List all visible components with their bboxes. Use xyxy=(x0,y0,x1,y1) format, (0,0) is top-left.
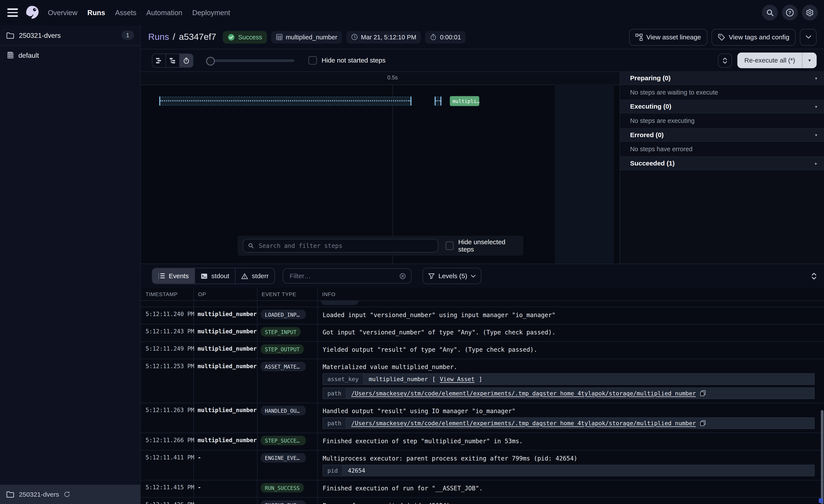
log-row[interactable]: 5:12:11.266 PMmultiplied_numberSTEP_SUCC… xyxy=(141,433,824,451)
checkbox-icon[interactable] xyxy=(309,56,317,65)
breadcrumb-runs-link[interactable]: Runs xyxy=(148,32,169,42)
event-type-cell: STEP_INPUT xyxy=(257,325,317,341)
detail-label: path xyxy=(323,388,346,399)
hamburger-menu-icon[interactable] xyxy=(7,8,18,17)
info-cell: Multiprocess executor: parent process ex… xyxy=(317,451,824,480)
event-type-cell: RUN_SUCCESS xyxy=(257,480,317,497)
nav-item-overview[interactable]: Overview xyxy=(48,9,78,16)
expand-log-button[interactable] xyxy=(811,272,817,280)
reexecute-dropdown-button[interactable]: ▾ xyxy=(802,52,817,69)
scrollbar-corner[interactable] xyxy=(819,498,823,503)
log-row[interactable]: 5:12:11.243 PMmultiplied_numberSTEP_INPU… xyxy=(141,325,824,342)
gantt-zoom-slider[interactable] xyxy=(206,54,294,67)
asset-tag[interactable]: multiplied_number xyxy=(271,31,342,43)
log-tabs: Events stdout stderr xyxy=(152,268,275,284)
op-cell: - xyxy=(193,451,257,461)
event-type-cell: ENGINE_EVENT xyxy=(257,498,317,504)
gantt-timed-view-button[interactable] xyxy=(180,54,193,67)
log-row[interactable]: 5:12:11.411 PM-ENGINE_EVENTMultiprocess … xyxy=(141,451,824,480)
nav-item-assets[interactable]: Assets xyxy=(115,9,136,16)
event-type-badge: RUN_SUCCESS xyxy=(261,483,304,493)
path-link[interactable]: /Users/smackesey/stm/code/elementl/exper… xyxy=(351,390,696,397)
view-tags-config-button[interactable]: View tags and config xyxy=(711,28,796,45)
log-row[interactable]: 5:12:11.240 PMmultiplied_numberLOADED_IN… xyxy=(141,307,824,325)
log-filter-input[interactable] xyxy=(289,272,395,280)
gantt-step-bar[interactable]: multipli… xyxy=(450,96,479,106)
event-type-badge: ASSET_MATERIALI… xyxy=(261,362,306,371)
dagster-logo-icon[interactable] xyxy=(24,5,40,20)
top-nav-actions: ? xyxy=(762,5,818,20)
log-row[interactable]: 5:12:11.426 PM-ENGINE_EVENTProcess for r… xyxy=(141,498,824,504)
tab-events[interactable]: Events xyxy=(152,268,195,283)
info-cell: Got input "versioned_number" of type "An… xyxy=(317,325,824,340)
path-link[interactable]: /Users/smackesey/stm/code/elementl/exper… xyxy=(351,420,696,427)
gantt-sort-button[interactable] xyxy=(718,53,732,68)
nav-item-deployment[interactable]: Deployment xyxy=(192,9,230,16)
levels-dropdown[interactable]: Levels (5) xyxy=(423,268,482,284)
event-type-cell: ASSET_MATERIALI… xyxy=(257,359,317,376)
timestamp-cell: 5:12:11.249 PM xyxy=(141,342,194,352)
reload-icon[interactable] xyxy=(64,491,71,498)
panel-section-header-2[interactable]: Errored (0)▾ xyxy=(620,129,824,142)
panel-section-header-3[interactable]: Succeeded (1)▸ xyxy=(620,157,824,170)
run-more-actions-button[interactable] xyxy=(800,28,817,45)
vertical-scrollbar-thumb[interactable] xyxy=(821,410,823,504)
detail-row-path: path/Users/smackesey/stm/code/elementl/e… xyxy=(323,417,815,429)
sidebar-workspace-row[interactable]: 250321-dvers 1 xyxy=(0,25,140,46)
event-type-cell: STEP_SUCCESS xyxy=(257,433,317,450)
run-status-label: Success xyxy=(238,33,262,41)
detail-value: 42654 xyxy=(342,465,371,476)
panel-section-header-0[interactable]: Preparing (0)▾ xyxy=(620,72,824,85)
search-button[interactable] xyxy=(762,5,778,20)
log-table-header: TIMESTAMP OP EVENT TYPE INFO xyxy=(141,288,824,301)
tab-events-label: Events xyxy=(169,272,189,280)
view-asset-link[interactable]: View Asset xyxy=(440,376,475,383)
clear-filter-icon[interactable] xyxy=(399,272,406,280)
levels-label: Levels (5) xyxy=(438,272,467,280)
panel-section-header-1[interactable]: Executing (0)▾ xyxy=(620,100,824,114)
detail-row-asset_key: asset_keymultiplied_number[View Asset] xyxy=(323,373,815,385)
log-row[interactable]: 5:12:11.415 PM-RUN_SUCCESSFinished execu… xyxy=(141,480,824,498)
tab-stdout[interactable]: stdout xyxy=(195,268,235,283)
sidebar-job-default[interactable]: default xyxy=(0,46,140,65)
gantt-waterfall-view-button[interactable] xyxy=(166,54,180,67)
step-search-input[interactable] xyxy=(258,242,433,250)
start-time-label: Mar 21, 5:12:10 PM xyxy=(361,33,416,41)
reexecute-all-button[interactable]: Re-execute all (*) xyxy=(738,52,802,69)
nav-item-runs[interactable]: Runs xyxy=(88,9,105,16)
settings-gear-button[interactable] xyxy=(802,5,818,20)
view-asset-lineage-button[interactable]: View asset lineage xyxy=(629,28,707,45)
hide-not-started-checkbox[interactable]: Hide not started steps xyxy=(309,56,386,65)
gantt-flat-view-button[interactable] xyxy=(152,54,166,67)
tab-stderr-label: stderr xyxy=(252,272,269,280)
info-cell: Finished execution of run for "__ASSET_J… xyxy=(317,480,824,496)
slider-knob[interactable] xyxy=(206,56,215,65)
check-circle-icon xyxy=(228,33,235,41)
waiting-span-bar xyxy=(159,97,411,106)
log-row[interactable]: 5:12:11.249 PMmultiplied_numberSTEP_OUTP… xyxy=(141,342,824,359)
step-search-box[interactable] xyxy=(243,239,438,252)
info-text: Yielded output "result" of type "Any". (… xyxy=(323,346,815,354)
info-cell: Process for run exited (pid: 42654). xyxy=(317,498,824,504)
nav-item-automation[interactable]: Automation xyxy=(146,9,182,16)
tab-stderr[interactable]: stderr xyxy=(235,268,275,283)
timestamp-cell: 5:12:11.263 PM xyxy=(141,403,194,414)
hide-unselected-checkbox[interactable]: Hide unselected steps xyxy=(445,238,518,253)
log-filter-box[interactable] xyxy=(283,268,412,283)
copy-icon[interactable] xyxy=(700,390,706,396)
timestamp-cell: 5:12:11.415 PM xyxy=(141,480,194,491)
log-row[interactable]: 5:12:11.263 PMmultiplied_numberHANDLED_O… xyxy=(141,403,824,433)
info-text: Multiprocess executor: parent process ex… xyxy=(323,455,815,462)
asset-grid-icon xyxy=(276,33,283,40)
col-info: INFO xyxy=(317,291,824,297)
help-button[interactable]: ? xyxy=(782,5,798,20)
event-type-badge: LOADED_INPUT xyxy=(261,310,306,319)
sidebar-footer[interactable]: 250321-dvers xyxy=(0,485,140,504)
event-type-cell: LOADED_INPUT xyxy=(257,307,317,324)
checkbox-icon[interactable] xyxy=(445,242,453,250)
log-row[interactable]: 5:12:11.253 PMmultiplied_numberASSET_MAT… xyxy=(141,359,824,403)
chevron-down-icon: ▾ xyxy=(815,104,817,109)
timestamp-cell: 5:12:11.240 PM xyxy=(141,307,194,318)
duration-tag: 0:00:01 xyxy=(425,31,466,43)
copy-icon[interactable] xyxy=(700,420,706,426)
